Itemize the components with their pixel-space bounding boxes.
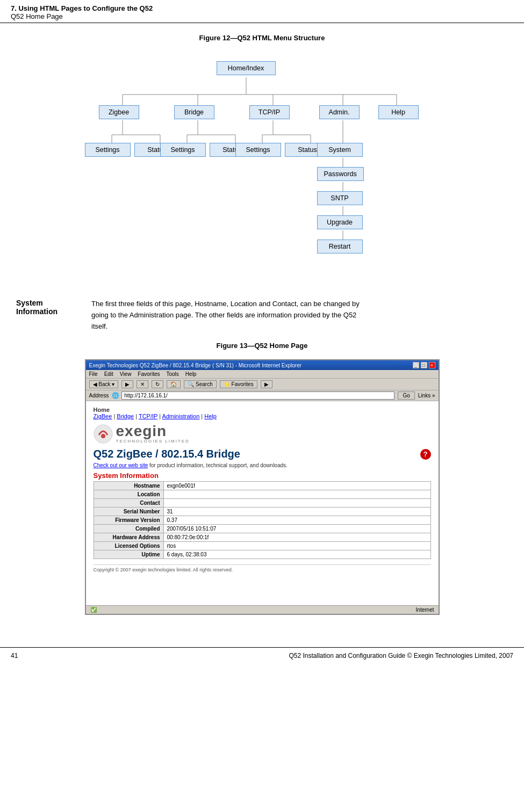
node-tcpip: TCP/IP [249, 105, 290, 119]
menu-favorites[interactable]: Favorites [138, 371, 160, 377]
stop-button[interactable]: ✕ [137, 380, 148, 388]
table-value-cell [163, 499, 430, 508]
browser-address-bar: Address 🌐 Go Links » [86, 390, 439, 401]
browser-nav: Home ZigBee | Bridge | TCP/IP | Administ… [94, 407, 431, 419]
table-value-cell: 6 days, 02:38:03 [163, 550, 430, 559]
node-admin-sntp: SNTP [317, 191, 363, 205]
system-info-label: System Information [16, 299, 91, 332]
page-heading: Q52 ZigBee / 802.15.4 Bridge ? [94, 448, 431, 460]
statusbar-ready: ✅ [90, 607, 97, 613]
table-value-cell: exgn0e001f [163, 482, 430, 490]
node-home: Home/Index [217, 61, 276, 75]
browser-statusbar: ✅ Internet [86, 605, 439, 614]
refresh-button[interactable]: ↻ [152, 380, 163, 388]
table-row: Hardware Address00:80:72:0e:00:1f [94, 533, 430, 542]
table-label-cell: Serial Number [94, 508, 163, 516]
sys-info-heading: System Information [94, 472, 431, 480]
nav-bridge[interactable]: Bridge [117, 413, 134, 419]
table-label-cell: Hostname [94, 482, 163, 490]
help-icon[interactable]: ? [420, 449, 431, 460]
go-button[interactable]: Go [398, 392, 414, 400]
page-heading-text: Q52 ZigBee / 802.15.4 Bridge [94, 448, 240, 460]
table-value-cell [163, 490, 430, 499]
exegin-text: exegin TECHNOLOGIES LIMITED [116, 424, 190, 444]
menu-edit[interactable]: Edit [104, 371, 113, 377]
menu-file[interactable]: File [89, 371, 98, 377]
table-label-cell: Contact [94, 499, 163, 508]
table-label-cell: Hardware Address [94, 533, 163, 542]
table-label-cell: Firmware Version [94, 516, 163, 525]
node-zigbee-settings: Settings [85, 143, 131, 157]
tree-lines [69, 52, 456, 288]
exegin-logo-icon [94, 424, 113, 444]
close-button[interactable]: ✕ [429, 362, 435, 368]
table-row: Contact [94, 499, 430, 508]
table-value-cell: 00:80:72:0e:00:1f [163, 533, 430, 542]
figure13-title: Figure 13—Q52 Home Page [16, 342, 508, 350]
node-admin: Admin. [319, 105, 360, 119]
table-row: Serial Number31 [94, 508, 430, 516]
exegin-name: exegin [116, 424, 190, 439]
browser-window: Exegin Technologies Q52 ZigBee / 802.15.… [85, 359, 440, 615]
browser-body: Home ZigBee | Bridge | TCP/IP | Administ… [86, 401, 439, 605]
browser-toolbar: ◀ Back ▾ ▶ ✕ ↻ 🏠 🔍 Search ⭐ Favorites ▶ [86, 379, 439, 390]
node-bridge-settings: Settings [160, 143, 206, 157]
menu-help[interactable]: Help [185, 371, 197, 377]
system-info-body: The first three fields of this page, Hos… [91, 299, 508, 332]
table-value-cell: 0.37 [163, 516, 430, 525]
nav-tcpip[interactable]: TCP/IP [139, 413, 157, 419]
menu-tools[interactable]: Tools [166, 371, 178, 377]
table-label-cell: Compiled [94, 525, 163, 533]
table-row: Licensed Optionsrtos [94, 542, 430, 550]
node-admin-upgrade: Upgrade [317, 215, 363, 229]
browser-window-controls: _ □ ✕ [413, 362, 435, 368]
forward-button[interactable]: ▶ [121, 380, 133, 388]
search-button[interactable]: 🔍 Search [184, 380, 216, 388]
table-row: Hostnameexgn0e001f [94, 482, 430, 490]
minimize-button[interactable]: _ [413, 362, 419, 368]
figure12-title: Figure 12—Q52 HTML Menu Structure [16, 34, 508, 42]
table-row: Compiled2007/05/16 10:51:07 [94, 525, 430, 533]
nav-help[interactable]: Help [204, 413, 217, 419]
table-label-cell: Licensed Options [94, 542, 163, 550]
address-input[interactable] [121, 392, 394, 400]
node-zigbee: Zigbee [99, 105, 139, 119]
node-admin-system: System [317, 143, 363, 157]
back-button[interactable]: ◀ Back ▾ [89, 380, 119, 388]
table-value-cell: rtos [163, 542, 430, 550]
svg-point-26 [101, 434, 105, 438]
page-number: 41 [11, 652, 18, 659]
exegin-tagline: TECHNOLOGIES LIMITED [116, 439, 190, 444]
node-bridge: Bridge [174, 105, 214, 119]
node-help: Help [378, 105, 419, 119]
nav-administration[interactable]: Administration [162, 413, 200, 419]
table-value-cell: 2007/05/16 10:51:07 [163, 525, 430, 533]
footer-copyright: Q52 Installation and Configuration Guide… [289, 652, 513, 659]
media-button[interactable]: ▶ [261, 380, 272, 388]
node-admin-restart: Restart [317, 240, 363, 253]
nav-zigbee[interactable]: ZigBee [94, 413, 112, 419]
browser-title-text: Exegin Technologies Q52 ZigBee / 802.15.… [89, 363, 302, 368]
menu-view[interactable]: View [120, 371, 132, 377]
links-label: Links » [418, 393, 435, 398]
table-value-cell: 31 [163, 508, 430, 516]
statusbar-zone: Internet [416, 607, 434, 613]
table-row: Firmware Version0.37 [94, 516, 430, 525]
table-label-cell: Location [94, 490, 163, 499]
sys-info-table: Hostnameexgn0e001fLocationContactSerial … [94, 481, 431, 559]
tree-diagram: Home/Index Zigbee Bridge TCP/IP Admin. H… [69, 52, 456, 288]
chapter-title: 7. Using HTML Pages to Configure the Q52 [11, 4, 513, 12]
browser-menubar: File Edit View Favorites Tools Help [86, 370, 439, 379]
browser-titlebar: Exegin Technologies Q52 ZigBee / 802.15.… [86, 360, 439, 370]
home-button[interactable]: 🏠 [167, 380, 181, 388]
system-info-section: System Information The first three field… [16, 299, 508, 332]
page-header: 7. Using HTML Pages to Configure the Q52… [0, 0, 524, 23]
check-link: Check out our web site for product infor… [94, 462, 431, 468]
node-admin-passwords: Passwords [317, 167, 364, 181]
table-label-cell: Uptime [94, 550, 163, 559]
table-row: Location [94, 490, 430, 499]
restore-button[interactable]: □ [421, 362, 427, 368]
website-link[interactable]: Check out our web site [94, 462, 148, 468]
favorites-button[interactable]: ⭐ Favorites [220, 380, 257, 388]
page-footer: 41 Q52 Installation and Configuration Gu… [0, 647, 524, 664]
